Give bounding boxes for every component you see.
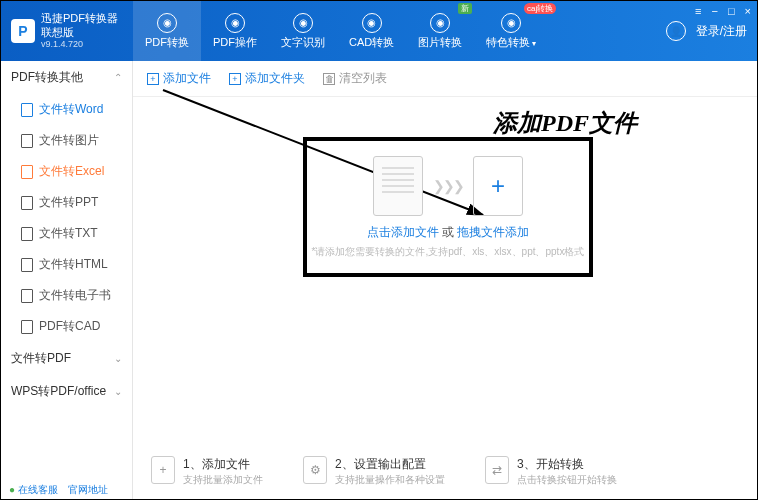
file-icon (21, 165, 33, 179)
sidebar-item-0-0[interactable]: 文件转Word (1, 94, 132, 125)
chevron-down-icon: ⌄ (114, 353, 122, 364)
chevron-up-icon: ⌃ (114, 72, 122, 83)
tab-0[interactable]: ◉PDF转换 (133, 1, 201, 61)
minimize-button[interactable]: − (711, 5, 717, 17)
sidebar-item-0-7[interactable]: PDF转CAD (1, 311, 132, 342)
sidebar-item-0-4[interactable]: 文件转TXT (1, 218, 132, 249)
tab-icon: ◉ (501, 13, 521, 33)
sidebar-item-0-1[interactable]: 文件转图片 (1, 125, 132, 156)
app-logo: P 迅捷PDF转换器 联想版 v9.1.4.720 (1, 12, 133, 49)
tab-icon: ◉ (362, 13, 382, 33)
add-file-button[interactable]: +添加文件 (147, 70, 211, 87)
step-0: +1、添加文件支持批量添加文件 (151, 456, 263, 487)
tab-5[interactable]: ◉特色转换▾caj转换 (474, 1, 548, 61)
tab-icon: ◉ (225, 13, 245, 33)
annotation-text: 添加PDF文件 (493, 107, 637, 139)
official-site-link[interactable]: 官网地址 (68, 483, 108, 497)
sidebar-item-0-5[interactable]: 文件转HTML (1, 249, 132, 280)
trash-icon: 🗑 (323, 73, 335, 85)
tab-icon: ◉ (157, 13, 177, 33)
add-folder-button[interactable]: +添加文件夹 (229, 70, 305, 87)
app-version: v9.1.4.720 (41, 39, 118, 50)
step-2: ⇄3、开始转换点击转换按钮开始转换 (485, 456, 617, 487)
dropzone-hint: *请添加您需要转换的文件,支持pdf、xls、xlsx、ppt、pptx格式 (312, 245, 585, 259)
app-edition: 联想版 (41, 26, 118, 39)
tab-2[interactable]: ◉文字识别 (269, 1, 337, 61)
tab-4[interactable]: ◉图片转换新 (406, 1, 474, 61)
logo-icon: P (11, 19, 35, 43)
step-icon: ⚙ (303, 456, 327, 484)
tab-icon: ◉ (430, 13, 450, 33)
chevron-down-icon: ⌄ (114, 386, 122, 397)
close-button[interactable]: × (745, 5, 751, 17)
step-icon: + (151, 456, 175, 484)
file-icon (21, 103, 33, 117)
file-icon (21, 289, 33, 303)
clear-list-button[interactable]: 🗑清空列表 (323, 70, 387, 87)
tab-icon: ◉ (293, 13, 313, 33)
file-icon (21, 196, 33, 210)
chevron-right-icon: ❯❯❯ (433, 178, 463, 194)
menu-button[interactable]: ≡ (695, 5, 701, 17)
app-name: 迅捷PDF转换器 (41, 12, 118, 25)
sidebar-item-0-3[interactable]: 文件转PPT (1, 187, 132, 218)
maximize-button[interactable]: □ (728, 5, 735, 17)
badge-new: 新 (458, 3, 472, 14)
plus-icon: + (147, 73, 159, 85)
drag-add-text: 拖拽文件添加 (457, 225, 529, 239)
online-service-link[interactable]: 在线客服 (9, 483, 58, 497)
sidebar-group-1[interactable]: 文件转PDF⌄ (1, 342, 132, 375)
file-icon (21, 227, 33, 241)
file-icon (21, 134, 33, 148)
user-icon[interactable]: 👤 (666, 21, 686, 41)
sidebar-group-0[interactable]: PDF转换其他⌃ (1, 61, 132, 94)
tab-3[interactable]: ◉CAD转换 (337, 1, 406, 61)
sidebar-item-0-2[interactable]: 文件转Excel (1, 156, 132, 187)
sidebar-item-0-6[interactable]: 文件转电子书 (1, 280, 132, 311)
step-icon: ⇄ (485, 456, 509, 484)
plus-icon: + (229, 73, 241, 85)
sidebar-group-2[interactable]: WPS转PDF/office⌄ (1, 375, 132, 408)
drop-zone[interactable]: ❯❯❯ + 点击添加文件 或 拖拽文件添加 *请添加您需要转换的文件,支持pdf… (303, 137, 593, 277)
badge-caj: caj转换 (524, 3, 556, 14)
file-icon (21, 320, 33, 334)
step-1: ⚙2、设置输出配置支持批量操作和各种设置 (303, 456, 445, 487)
tab-1[interactable]: ◉PDF操作 (201, 1, 269, 61)
login-link[interactable]: 登录/注册 (696, 23, 747, 40)
file-icon (21, 258, 33, 272)
add-icon: + (473, 156, 523, 216)
click-add-link[interactable]: 点击添加文件 (367, 225, 439, 239)
document-icon (373, 156, 423, 216)
